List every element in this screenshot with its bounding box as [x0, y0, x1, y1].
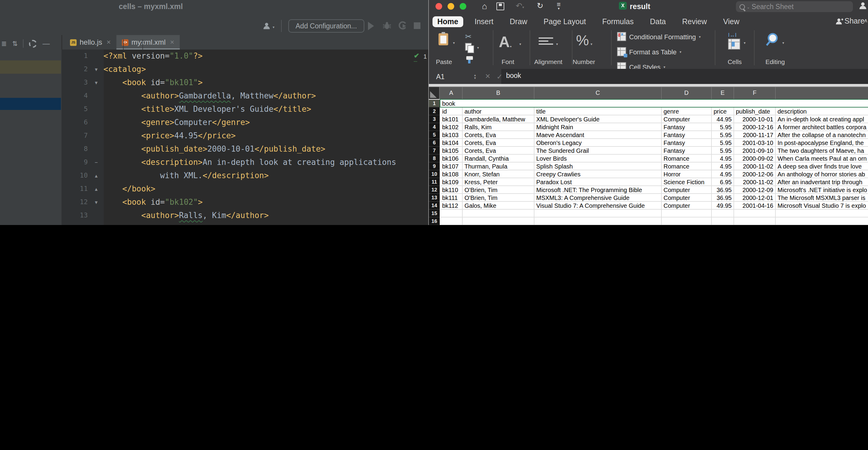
collapse-all-icon[interactable]: ⇅: [12, 39, 18, 48]
copy-dropdown-icon[interactable]: ▾: [477, 45, 479, 50]
add-configuration-button[interactable]: Add Configuration...: [288, 19, 364, 33]
run-with-coverage-icon[interactable]: [398, 21, 407, 33]
cell[interactable]: [534, 217, 662, 225]
cell[interactable]: Corets, Eva: [463, 146, 534, 154]
minimize-button[interactable]: [447, 3, 454, 10]
cell[interactable]: bk102: [440, 123, 463, 131]
cell[interactable]: Corets, Eva: [463, 131, 534, 139]
home-icon[interactable]: ⌂: [482, 1, 487, 11]
row-header-16[interactable]: 16: [429, 217, 440, 225]
cell[interactable]: 5.95: [712, 131, 734, 139]
cell[interactable]: Romance: [662, 154, 712, 162]
row-header-6[interactable]: 6: [429, 139, 440, 146]
avatar-dropdown-icon[interactable]: ▾: [273, 25, 275, 29]
cell[interactable]: Computer: [662, 186, 712, 194]
account-person-icon[interactable]: [858, 1, 867, 13]
cell[interactable]: 2000-11-17: [734, 131, 776, 139]
settings-gear-icon[interactable]: [29, 39, 37, 48]
cell[interactable]: Splish Splash: [534, 162, 662, 170]
cell[interactable]: The Microsoft MSXML3 parser is: [776, 194, 868, 201]
column-header-B[interactable]: B: [463, 87, 534, 99]
cell[interactable]: [463, 217, 534, 225]
cell[interactable]: Paradox Lost: [534, 178, 662, 186]
row-header-12[interactable]: 12: [429, 186, 440, 194]
cell[interactable]: 5.95: [712, 123, 734, 131]
panel-row-selected[interactable]: [0, 98, 61, 110]
row-header-1[interactable]: 1: [429, 100, 440, 107]
panel-row-highlighted[interactable]: [0, 60, 61, 74]
ribbon-tab-formulas[interactable]: Formulas: [597, 16, 639, 27]
cell[interactable]: An in-depth look at creating appl: [776, 115, 868, 123]
cell[interactable]: 2000-12-16: [734, 123, 776, 131]
cell[interactable]: Microsoft Visual Studio 7 is explo: [776, 201, 868, 209]
fold-marker-icon[interactable]: ▴: [91, 182, 101, 196]
cell[interactable]: Knorr, Stefan: [463, 170, 534, 178]
stop-icon[interactable]: [414, 22, 421, 29]
fold-marker-icon[interactable]: ▾: [91, 76, 101, 89]
paste-dropdown-icon[interactable]: ▾: [453, 40, 455, 45]
alignment-icon[interactable]: [539, 36, 553, 47]
cell[interactable]: The two daughters of Maeve, ha: [776, 146, 868, 154]
column-header-blank[interactable]: [776, 87, 868, 99]
share-person-icon[interactable]: [835, 17, 843, 28]
number-dropdown-icon[interactable]: ▾: [591, 42, 592, 46]
cell[interactable]: Computer: [662, 115, 712, 123]
cell[interactable]: Microsoft .NET: The Programming Bible: [534, 186, 662, 194]
worksheet-grid[interactable]: ABCDEF 1book2idauthortitlegenrepricepubl…: [429, 87, 868, 225]
cell[interactable]: Ralls, Kim: [463, 123, 534, 131]
cell[interactable]: bk111: [440, 194, 463, 201]
cell[interactable]: [712, 217, 734, 225]
cell[interactable]: description: [776, 107, 868, 115]
save-icon[interactable]: [496, 2, 504, 10]
ribbon-tab-data[interactable]: Data: [645, 16, 671, 27]
cell[interactable]: bk106: [440, 154, 463, 162]
cell[interactable]: bk109: [440, 178, 463, 186]
cell[interactable]: Oberon's Legacy: [534, 139, 662, 146]
cell[interactable]: Science Fiction: [662, 178, 712, 186]
number-icon[interactable]: %: [576, 32, 589, 49]
cell[interactable]: Horror: [662, 170, 712, 178]
cell[interactable]: A former architect battles corpora: [776, 123, 868, 131]
cell[interactable]: bk103: [440, 131, 463, 139]
cell[interactable]: When Carla meets Paul at an orn: [776, 154, 868, 162]
select-all-corner[interactable]: [429, 87, 440, 99]
row-header-4[interactable]: 4: [429, 123, 440, 131]
editor-tab-myxml.xml[interactable]: <>myxml.xml✕: [116, 35, 180, 50]
cell[interactable]: [440, 217, 463, 225]
ribbon-tab-draw[interactable]: Draw: [505, 16, 532, 27]
hide-panel-icon[interactable]: —: [42, 39, 50, 48]
cell[interactable]: 2001-03-10: [734, 139, 776, 146]
cell[interactable]: Kress, Peter: [463, 178, 534, 186]
cell[interactable]: Gambardella, Matthew: [463, 115, 534, 123]
font-icon[interactable]: A.: [499, 33, 512, 51]
cell[interactable]: Visual Studio 7: A Comprehensive Guide: [534, 201, 662, 209]
cell[interactable]: 2001-09-10: [734, 146, 776, 154]
editing-label[interactable]: Editing: [760, 58, 791, 65]
cell[interactable]: [734, 209, 776, 217]
cut-icon[interactable]: ✂: [465, 32, 472, 41]
search-input[interactable]: ⌄ Search Sheet: [736, 1, 853, 12]
cell[interactable]: 2000-11-02: [734, 162, 776, 170]
cell[interactable]: O'Brien, Tim: [463, 186, 534, 194]
cell[interactable]: Thurman, Paula: [463, 162, 534, 170]
share-button[interactable]: Share: [844, 17, 865, 25]
cell[interactable]: bk107: [440, 162, 463, 170]
cell[interactable]: Corets, Eva: [463, 139, 534, 146]
run-icon[interactable]: [368, 22, 374, 30]
cell[interactable]: Fantasy: [662, 123, 712, 131]
row-header-8[interactable]: 8: [429, 154, 440, 162]
cell[interactable]: 36.95: [712, 194, 734, 201]
ribbon-tab-view[interactable]: View: [718, 16, 744, 27]
row-header-5[interactable]: 5: [429, 131, 440, 139]
editing-icon[interactable]: [766, 32, 781, 50]
cell[interactable]: The Sundered Grail: [534, 146, 662, 154]
row-header-10[interactable]: 10: [429, 170, 440, 178]
cell[interactable]: Randall, Cynthia: [463, 154, 534, 162]
cell[interactable]: [534, 209, 662, 217]
cell[interactable]: 2000-11-02: [734, 178, 776, 186]
cell[interactable]: [662, 209, 712, 217]
column-header-F[interactable]: F: [734, 87, 776, 99]
format-painter-icon[interactable]: [466, 56, 473, 63]
row-header-14[interactable]: 14: [429, 201, 440, 209]
cell[interactable]: author: [463, 107, 534, 115]
